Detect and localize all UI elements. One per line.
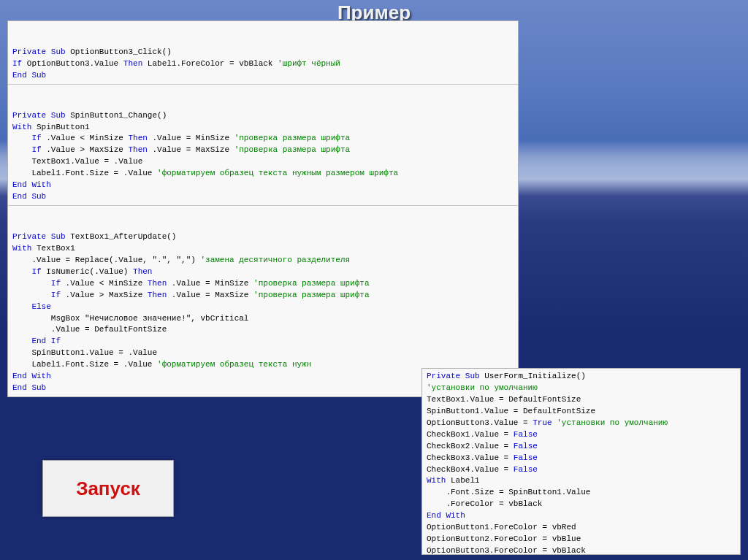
code-section-1: Private Sub OptionButton3_Click() If Opt… [8,45,518,85]
code-panel-secondary: Private Sub UserForm_Initialize() 'устан… [421,368,741,555]
code-section-2: Private Sub SpinButton1_Change() With Sp… [8,108,518,207]
launch-button[interactable]: Запуск [42,460,174,517]
code-panel-main: Private Sub OptionButton3_Click() If Opt… [7,20,519,397]
